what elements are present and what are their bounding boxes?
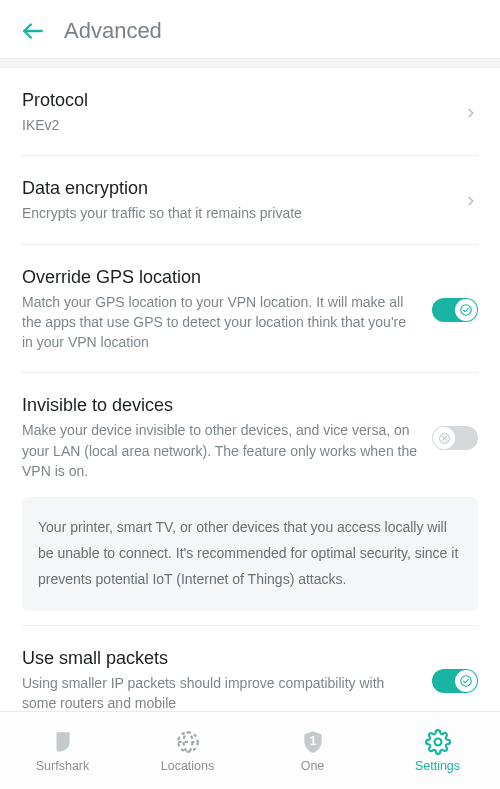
settings-list: Protocol IKEv2 Data encryption Encrypts …	[0, 68, 500, 711]
header-bar: Advanced	[0, 0, 500, 58]
invisible-title: Invisible to devices	[22, 395, 418, 416]
small-packets-subtitle: Using smaller IP packets should improve …	[22, 673, 418, 711]
protocol-value: IKEv2	[22, 115, 450, 135]
section-separator	[0, 58, 500, 68]
tab-settings[interactable]: Settings	[375, 729, 500, 773]
invisible-toggle[interactable]	[432, 426, 478, 450]
override-gps-toggle[interactable]	[432, 298, 478, 322]
surfshark-icon	[50, 729, 76, 755]
globe-icon	[175, 729, 201, 755]
invisible-note: Your printer, smart TV, or other devices…	[22, 497, 478, 611]
tab-label: Surfshark	[36, 759, 90, 773]
chevron-right-icon	[464, 102, 478, 124]
svg-text:1: 1	[309, 734, 316, 748]
back-arrow-icon[interactable]	[20, 18, 46, 44]
svg-point-10	[434, 738, 441, 745]
chevron-right-icon	[464, 190, 478, 212]
protocol-title: Protocol	[22, 90, 450, 111]
invisible-row: Invisible to devices Make your device in…	[22, 373, 478, 493]
svg-point-1	[461, 304, 472, 315]
invisible-subtitle: Make your device invisible to other devi…	[22, 420, 418, 481]
small-packets-title: Use small packets	[22, 648, 418, 669]
small-packets-toggle[interactable]	[432, 669, 478, 693]
bottom-nav: Surfshark Locations 1 One	[0, 711, 500, 789]
data-encryption-row[interactable]: Data encryption Encrypts your traffic so…	[22, 156, 478, 244]
tab-label: One	[301, 759, 325, 773]
tab-locations[interactable]: Locations	[125, 729, 250, 773]
tab-surfshark[interactable]: Surfshark	[0, 729, 125, 773]
page-title: Advanced	[64, 18, 162, 44]
data-encryption-subtitle: Encrypts your traffic so that it remains…	[22, 203, 450, 223]
data-encryption-title: Data encryption	[22, 178, 450, 199]
tab-label: Locations	[161, 759, 215, 773]
tab-label: Settings	[415, 759, 460, 773]
protocol-row[interactable]: Protocol IKEv2	[22, 68, 478, 156]
tab-one[interactable]: 1 One	[250, 729, 375, 773]
gear-icon	[425, 729, 451, 755]
override-gps-row: Override GPS location Match your GPS loc…	[22, 245, 478, 374]
override-gps-title: Override GPS location	[22, 267, 418, 288]
override-gps-subtitle: Match your GPS location to your VPN loca…	[22, 292, 418, 353]
small-packets-row: Use small packets Using smaller IP packe…	[22, 626, 478, 711]
shield-one-icon: 1	[300, 729, 326, 755]
svg-point-5	[461, 676, 472, 687]
